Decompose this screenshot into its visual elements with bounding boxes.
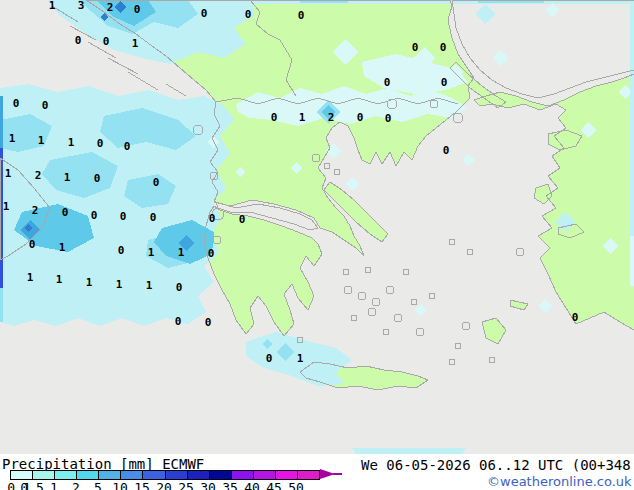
legend-tick-label: 40 — [244, 480, 260, 490]
legend-color-segment — [276, 471, 298, 479]
precip-grid-value: 0 — [42, 99, 49, 112]
precip-grid-value: 0 — [175, 315, 182, 328]
legend-color-segment — [254, 471, 276, 479]
precip-grid-value: 0 — [209, 212, 216, 225]
precip-grid-value: 2 — [32, 204, 39, 217]
legend-tick-label: 10 — [112, 480, 128, 490]
precip-grid-value: 0 — [75, 34, 82, 47]
precip-grid-value: 1 — [9, 132, 16, 145]
scale-arrow-tail — [333, 473, 342, 475]
precip-grid-value: 1 — [38, 134, 45, 147]
precip-grid-value: 0 — [118, 244, 125, 257]
legend-color-segment — [121, 471, 143, 479]
precip-grid-value: 0 — [124, 140, 131, 153]
legend-color-segment — [77, 471, 99, 479]
precip-grid-value: 0 — [94, 172, 101, 185]
legend-color-segment — [210, 471, 232, 479]
precip-grid-value: 1 — [178, 246, 185, 259]
precip-grid-value: 1 — [49, 0, 56, 12]
precip-grid-value: 1 — [59, 241, 66, 254]
precip-grid-value: 1 — [68, 136, 75, 149]
legend-tick-label: 1 — [50, 480, 58, 490]
valid-time-label: We 06-05-2026 06..12 UTC (00+348 — [361, 457, 631, 473]
precip-grid-value: 0 — [245, 8, 252, 21]
legend-color-segment — [298, 471, 319, 479]
legend-color-segment — [188, 471, 210, 479]
precip-grid-value: 0 — [385, 112, 392, 125]
precip-color-scale — [10, 470, 320, 480]
precip-grid-value: 0 — [384, 76, 391, 89]
legend-color-segment — [99, 471, 121, 479]
legend-tick-label: 20 — [156, 480, 172, 490]
precip-grid-value: 0 — [103, 35, 110, 48]
legend-tick-label: 5 — [94, 480, 102, 490]
legend-color-segment — [55, 471, 77, 479]
legend-color-segment — [143, 471, 165, 479]
legend-tick-label: 30 — [200, 480, 216, 490]
scale-tick-labels: 0.10.5125101520253035404550 — [0, 480, 340, 490]
legend-color-segment — [11, 471, 33, 479]
legend-tick-label: 2 — [72, 480, 80, 490]
precip-grid-value: 0 — [271, 111, 278, 124]
precip-grid-value: 1 — [56, 273, 63, 286]
precip-grid-value: 2 — [328, 111, 335, 124]
precip-grid-value: 0 — [443, 144, 450, 157]
precip-grid-value: 0 — [176, 281, 183, 294]
precip-grid-value: 0 — [205, 316, 212, 329]
legend-color-segment — [33, 471, 55, 479]
precip-grid-value: 0 — [239, 213, 246, 226]
precip-grid-value: 0 — [201, 7, 208, 20]
precipitation-map: 1320000001000000012001110001210012000000… — [0, 0, 634, 454]
legend-color-segment — [166, 471, 188, 479]
precip-grid-value: 1 — [132, 37, 139, 50]
legend-tick-label: 50 — [288, 480, 304, 490]
precip-grid-value: 1 — [3, 200, 10, 213]
weather-map-page: 1320000001000000012001110001210012000000… — [0, 0, 634, 490]
copyright-label: ©weatheronline.co.uk — [487, 474, 632, 489]
map-canvas: 1320000001000000012001110001210012000000… — [0, 0, 634, 454]
precip-grid-value: 0 — [150, 211, 157, 224]
precip-grid-value: 0 — [62, 206, 69, 219]
precip-grid-value: 0 — [357, 111, 364, 124]
legend-color-segment — [232, 471, 254, 479]
precip-grid-value: 0 — [29, 238, 36, 251]
precip-grid-value: 2 — [35, 169, 42, 182]
legend-panel: Precipitation [mm] ECMWF 0.10.5125101520… — [0, 454, 634, 490]
legend-tick-label: 45 — [266, 480, 282, 490]
precip-grid-value: 0 — [97, 137, 104, 150]
precip-grid-value: 1 — [146, 279, 153, 292]
precip-grid-value: 0 — [208, 247, 215, 260]
legend-tick-label: 0.5 — [20, 480, 43, 490]
precip-grid-value: 1 — [86, 276, 93, 289]
precip-grid-value: 0 — [153, 176, 160, 189]
precip-grid-value: 1 — [297, 352, 304, 365]
precip-grid-value: 0 — [134, 3, 141, 16]
precip-grid-value: 0 — [266, 352, 273, 365]
precip-grid-value: 1 — [299, 111, 306, 124]
precip-grid-value: 1 — [148, 246, 155, 259]
precip-grid-value: 2 — [107, 1, 114, 14]
precip-grid-value: 1 — [5, 167, 12, 180]
legend-tick-label: 25 — [178, 480, 194, 490]
precip-grid-value: 1 — [27, 271, 34, 284]
precip-grid-value: 0 — [298, 9, 305, 22]
precip-grid-value: 1 — [64, 171, 71, 184]
precip-grid-value: 0 — [412, 41, 419, 54]
precip-grid-value: 1 — [116, 278, 123, 291]
precip-grid-value: 0 — [572, 311, 579, 324]
precip-grid-value: 0 — [13, 97, 20, 110]
precip-grid-value: 0 — [440, 41, 447, 54]
precip-grid-value: 3 — [78, 0, 85, 12]
legend-tick-label: 35 — [222, 480, 238, 490]
legend-tick-label: 15 — [134, 480, 150, 490]
precip-grid-value: 0 — [91, 209, 98, 222]
precip-grid-value: 0 — [120, 210, 127, 223]
precip-grid-value: 0 — [441, 76, 448, 89]
